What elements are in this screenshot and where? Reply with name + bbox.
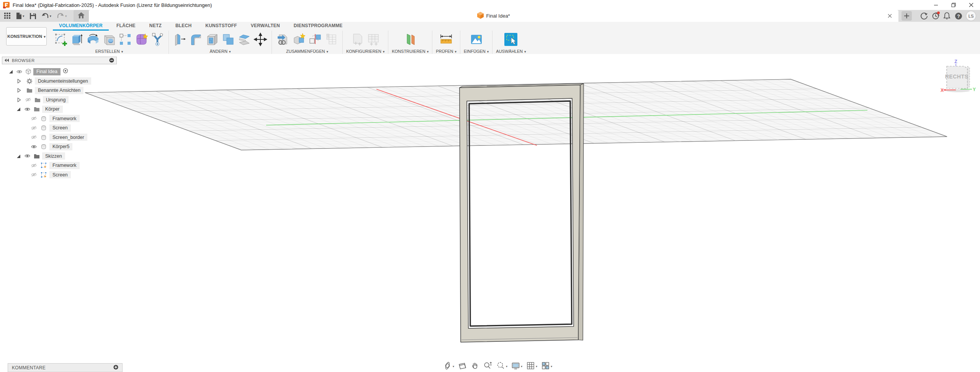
tree-label[interactable]: Körper (42, 106, 63, 113)
tree-row-dokumenteinstellungen[interactable]: Dokumenteinstellungen (2, 77, 117, 86)
undo-icon[interactable]: ▾ (39, 11, 54, 21)
tree-label[interactable]: Skizzen (42, 152, 65, 160)
tree-label[interactable]: Screen (49, 124, 71, 132)
new-tab-button[interactable] (901, 11, 912, 21)
add-comment-icon[interactable] (113, 365, 118, 371)
expanded-icon[interactable] (8, 69, 13, 74)
combine-button[interactable] (221, 31, 236, 48)
document-tab[interactable]: Final Idea* (89, 10, 898, 22)
move-button[interactable] (253, 31, 268, 48)
eye-hidden-icon[interactable] (25, 98, 31, 102)
tree-row-root[interactable]: Final Idea (2, 67, 117, 77)
comments-header[interactable]: KOMMENTARE (8, 364, 122, 372)
tree-row-ursprung[interactable]: Ursprung (2, 95, 117, 105)
tree-label[interactable]: Benannte Ansichten (35, 87, 83, 94)
minimize-button[interactable] (927, 0, 945, 10)
fillet-button[interactable] (188, 31, 204, 48)
generative-design-button[interactable] (150, 31, 165, 48)
collapse-panel-icon[interactable] (5, 58, 9, 63)
display-settings-button[interactable] (510, 361, 523, 370)
job-status-icon[interactable] (931, 12, 939, 20)
pruefen-menu[interactable]: PRÜFEN (436, 48, 456, 54)
form-button[interactable] (134, 31, 149, 48)
insert-canvas-button[interactable] (469, 31, 484, 48)
tab-dienstprogramme[interactable]: DIENSTPROGRAMME (288, 22, 349, 31)
tab-netz[interactable]: NETZ (143, 22, 168, 31)
collapsed-icon[interactable] (16, 97, 21, 102)
file-menu-icon[interactable]: ▾ (14, 11, 26, 21)
look-at-button[interactable] (457, 361, 468, 370)
extrude-button[interactable] (69, 31, 85, 48)
viewcube-face-label[interactable]: RECHTS (945, 73, 969, 80)
eye-hidden-icon[interactable] (31, 173, 37, 177)
create-sketch-button[interactable] (53, 31, 69, 48)
tab-volumenkoerper[interactable]: VOLUMENKÖRPER (53, 22, 109, 31)
tree-row-benannte-ansichten[interactable]: Benannte Ansichten (2, 86, 117, 95)
tree-row-framework-body[interactable]: Framework (2, 114, 117, 124)
tree-label[interactable]: Ursprung (43, 96, 69, 103)
home-tab[interactable] (74, 10, 89, 22)
eye-hidden-icon[interactable] (31, 116, 37, 121)
avatar[interactable]: LS (966, 11, 976, 21)
remove-panel-icon[interactable] (109, 58, 114, 64)
extensions-icon[interactable] (920, 12, 928, 20)
configuration-button[interactable] (350, 31, 365, 48)
auswaehlen-menu[interactable]: AUSWÄHLEN (496, 48, 526, 54)
hole-button[interactable] (101, 31, 117, 48)
model-viewport[interactable]: BROWSER Final Idea (0, 54, 980, 372)
tree-row-koerper5-body[interactable]: Körper5 (2, 142, 117, 152)
collapsed-icon[interactable] (16, 88, 21, 93)
viewports-button[interactable] (540, 361, 553, 370)
configuration-table-button[interactable] (366, 31, 381, 48)
tree-label[interactable]: Framework (49, 162, 80, 169)
tree-label[interactable]: Screen_border (49, 134, 87, 141)
einfuegen-menu[interactable]: EINFÜGEN (464, 48, 489, 54)
tree-label[interactable]: Körper5 (49, 143, 72, 150)
press-pull-button[interactable] (172, 31, 188, 48)
revolve-button[interactable] (85, 31, 101, 48)
parameters-table-button[interactable] (324, 31, 339, 48)
data-panel-grid-icon[interactable] (2, 11, 13, 21)
eye-hidden-icon[interactable] (31, 135, 37, 140)
tree-row-screen-border-body[interactable]: Screen_border (2, 133, 117, 142)
split-body-button[interactable] (237, 31, 252, 48)
measure-button[interactable] (438, 31, 454, 48)
pattern-button[interactable] (118, 31, 133, 48)
shell-button[interactable] (205, 31, 220, 48)
tab-verwalten[interactable]: VERWALTEN (245, 22, 286, 31)
tree-row-framework-sketch[interactable]: Framework (2, 161, 117, 170)
tab-kunststoff[interactable]: KUNSTSTOFF (199, 22, 243, 31)
joint-button[interactable] (308, 31, 323, 48)
close-button[interactable] (962, 0, 980, 10)
orbit-button[interactable] (442, 361, 455, 370)
zusammenfuegen-menu[interactable]: ZUSAMMENFÜGEN (286, 48, 328, 54)
eye-hidden-icon[interactable] (31, 126, 37, 130)
insert-derive-button[interactable] (275, 31, 291, 48)
tab-flaeche[interactable]: FLÄCHE (110, 22, 142, 31)
eye-visible-icon[interactable] (16, 69, 22, 74)
eye-visible-icon[interactable] (31, 144, 37, 149)
activate-radio-icon[interactable] (63, 68, 68, 75)
tree-label-root[interactable]: Final Idea (33, 68, 61, 75)
help-icon[interactable]: ? (954, 12, 962, 20)
tree-row-koerper[interactable]: Körper (2, 104, 117, 114)
tree-row-skizzen[interactable]: Skizzen (2, 152, 117, 161)
aendern-menu[interactable]: ÄNDERN (210, 48, 231, 54)
viewcube[interactable]: RECHTS Z X Y (941, 59, 976, 95)
tree-label[interactable]: Dokumenteinstellungen (35, 77, 91, 85)
eye-visible-icon[interactable] (25, 107, 30, 111)
new-component-button[interactable] (291, 31, 307, 48)
restore-button[interactable] (945, 0, 962, 10)
eye-hidden-icon[interactable] (31, 163, 37, 168)
redo-icon[interactable]: ▾ (55, 11, 69, 21)
tab-blech[interactable]: BLECH (169, 22, 198, 31)
tree-label[interactable]: Framework (49, 115, 80, 122)
expanded-icon[interactable] (16, 107, 21, 112)
save-icon[interactable] (28, 11, 38, 21)
notifications-bell-icon[interactable] (943, 12, 951, 20)
select-button[interactable] (503, 31, 519, 48)
tree-label[interactable]: Screen (49, 171, 71, 178)
konfigurieren-menu[interactable]: KONFIGURIEREN (346, 48, 384, 54)
konstruieren-menu[interactable]: KONSTRUIEREN (392, 48, 429, 54)
construction-plane-button[interactable] (402, 31, 418, 48)
